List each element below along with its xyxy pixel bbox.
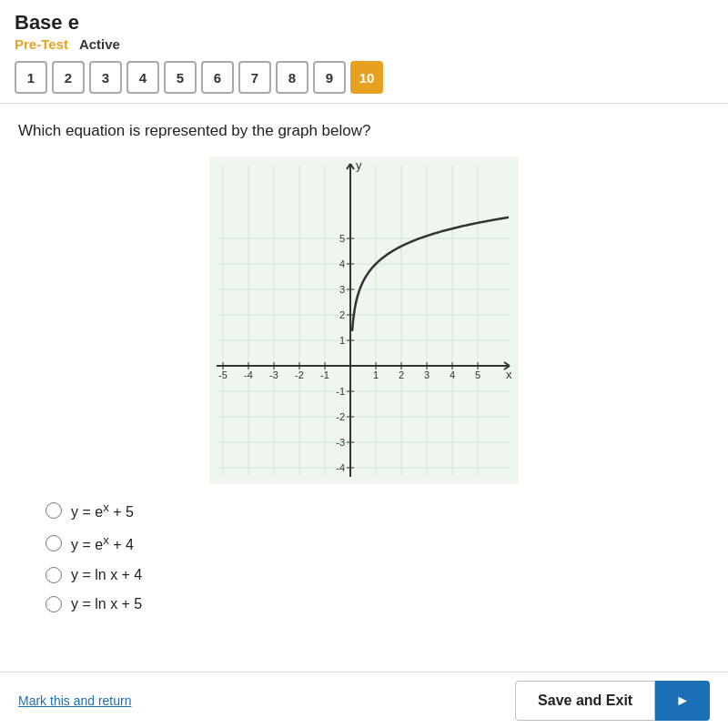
- nav-btn-3[interactable]: 3: [89, 61, 122, 94]
- next-button[interactable]: ►: [655, 681, 710, 721]
- nav-btn-9[interactable]: 9: [313, 61, 346, 94]
- nav-btn-2[interactable]: 2: [52, 61, 85, 94]
- radio-c[interactable]: [46, 567, 62, 583]
- active-label: Active: [79, 36, 120, 52]
- graph-canvas: [209, 157, 519, 484]
- content-area: Which equation is represented by the gra…: [0, 104, 728, 672]
- option-c[interactable]: y = ln x + 4: [46, 567, 710, 583]
- option-a-label: y = ex + 5: [71, 500, 134, 521]
- nav-btn-4[interactable]: 4: [126, 61, 159, 94]
- radio-b[interactable]: [46, 535, 62, 551]
- nav-btn-1[interactable]: 1: [15, 61, 47, 94]
- main-container: Base e Pre-Test Active 12345678910 Which…: [0, 0, 728, 728]
- save-exit-button[interactable]: Save and Exit: [515, 681, 655, 721]
- nav-btn-7[interactable]: 7: [238, 61, 271, 94]
- nav-btn-8[interactable]: 8: [276, 61, 308, 94]
- footer: Mark this and return Save and Exit ►: [0, 672, 728, 728]
- options-list: y = ex + 5 y = ex + 4 y = ln x + 4 y = l…: [18, 500, 710, 612]
- option-d[interactable]: y = ln x + 5: [46, 596, 710, 612]
- footer-right: Save and Exit ►: [515, 681, 710, 721]
- question-nav: 12345678910: [15, 61, 713, 103]
- nav-btn-10[interactable]: 10: [350, 61, 383, 94]
- graph-area: [18, 157, 710, 484]
- nav-btn-5[interactable]: 5: [164, 61, 197, 94]
- question-text: Which equation is represented by the gra…: [18, 122, 710, 140]
- pre-test-label: Pre-Test: [15, 36, 68, 52]
- nav-btn-6[interactable]: 6: [201, 61, 234, 94]
- page-title: Base e: [15, 11, 713, 35]
- radio-d[interactable]: [46, 596, 62, 612]
- option-a[interactable]: y = ex + 5: [46, 500, 710, 521]
- option-b[interactable]: y = ex + 4: [46, 533, 710, 553]
- subtitle-row: Pre-Test Active: [15, 36, 713, 52]
- option-b-label: y = ex + 4: [71, 533, 134, 553]
- header: Base e Pre-Test Active 12345678910: [0, 0, 728, 104]
- option-d-label: y = ln x + 5: [71, 596, 142, 612]
- option-c-label: y = ln x + 4: [71, 567, 142, 583]
- graph-container: [209, 157, 519, 484]
- mark-return-button[interactable]: Mark this and return: [18, 693, 132, 708]
- radio-a[interactable]: [46, 502, 62, 519]
